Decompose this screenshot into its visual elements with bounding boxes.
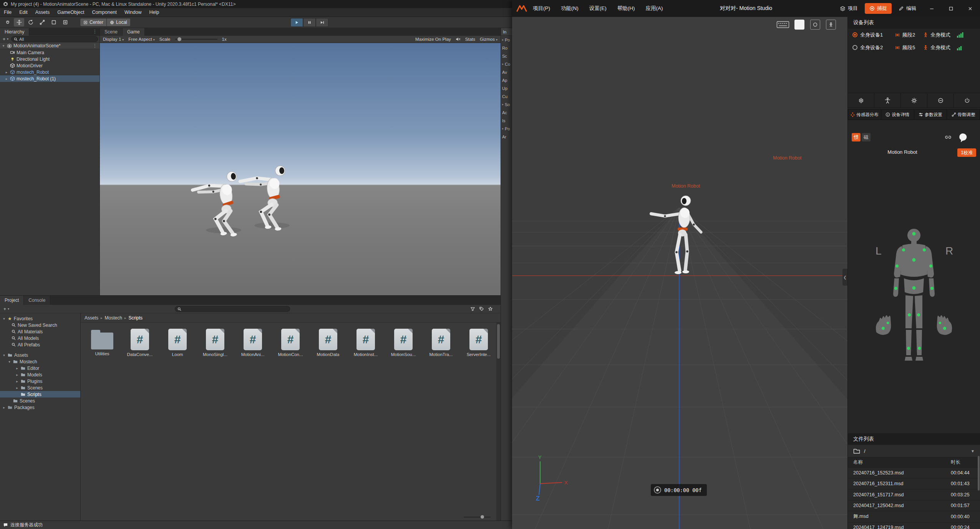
asset-tile[interactable]: MotionTra... xyxy=(426,329,456,357)
inspector-row[interactable]: Av xyxy=(501,68,512,76)
disconnect-button[interactable] xyxy=(927,93,954,108)
record-button[interactable] xyxy=(654,486,661,494)
mode-edit-button[interactable]: 编辑 xyxy=(894,3,921,14)
step-button[interactable] xyxy=(316,18,328,27)
studio-menu-settings[interactable]: 设置(E) xyxy=(584,0,612,17)
asset-tile[interactable]: Loom xyxy=(163,329,192,357)
hierarchy-item-mostech-robot-1[interactable]: ▸ mostech_Robot (1) xyxy=(0,75,99,82)
menu-edit[interactable]: Edit xyxy=(15,8,32,17)
inspector-row[interactable]: ▸Po xyxy=(501,36,512,44)
tree-all-models[interactable]: All Models xyxy=(0,335,80,341)
create-asset-button[interactable]: +▾ xyxy=(2,306,10,312)
tree-plugins[interactable]: ▸Plugins xyxy=(0,378,80,384)
menu-assets[interactable]: Assets xyxy=(32,8,54,17)
mode-project-button[interactable]: 项目 xyxy=(835,3,862,14)
tree-all-materials[interactable]: All Materials xyxy=(0,328,80,335)
menu-help[interactable]: Help xyxy=(145,8,163,17)
tab-sensor-distribution[interactable]: 传感器分布 xyxy=(848,109,881,120)
inspector-row[interactable]: Ac xyxy=(501,108,512,116)
inspector-row[interactable]: Ap xyxy=(501,76,512,84)
close-button[interactable] xyxy=(962,0,978,17)
tree-models[interactable]: ▸Models xyxy=(0,371,80,378)
hierarchy-search-input[interactable]: All xyxy=(11,36,98,42)
sensor-settings-button[interactable] xyxy=(901,93,927,108)
aspect-dropdown[interactable]: Free Aspect▾ xyxy=(128,37,154,42)
inertial-toggle[interactable]: 惯 xyxy=(852,133,861,141)
menu-window[interactable]: Window xyxy=(121,8,145,17)
device-row-2[interactable]: 全身设备2 频段5 全身模式 xyxy=(848,41,980,54)
view-solid-toggle[interactable] xyxy=(794,20,804,30)
scale-tool-button[interactable] xyxy=(37,18,47,27)
asset-tile[interactable]: MotionAni... xyxy=(238,329,267,357)
tab-console[interactable]: Console xyxy=(24,296,50,305)
asset-tile[interactable]: DataConve... xyxy=(125,329,154,357)
studio-menu-function[interactable]: 功能(N) xyxy=(555,0,584,17)
mode-capture-button[interactable]: 捕捉 xyxy=(865,3,892,14)
power-button[interactable] xyxy=(954,93,980,108)
maximize-on-play-button[interactable]: Maximize On Play xyxy=(415,37,451,42)
tab-device-details[interactable]: 设备详情 xyxy=(881,109,914,120)
scale-slider[interactable] xyxy=(175,39,217,40)
tpose-button[interactable] xyxy=(874,93,901,108)
tree-scenes-root[interactable]: Scenes xyxy=(0,398,80,404)
stats-button[interactable]: Stats xyxy=(465,37,475,42)
asset-tile[interactable]: MotionInst... xyxy=(351,329,380,357)
device-radio[interactable] xyxy=(852,45,857,50)
current-folder-row[interactable]: / ▼ xyxy=(848,445,980,457)
inspector-row[interactable]: ▸Po xyxy=(501,125,512,133)
status-message[interactable]: 连接服务器成功 xyxy=(10,522,43,528)
studio-3d-viewport[interactable]: Y X Z Motion Robot Motion Robot 00:00:00… xyxy=(512,17,848,529)
asset-tile[interactable]: MonoSingl... xyxy=(201,329,230,357)
project-search-input[interactable] xyxy=(175,306,290,312)
menu-component[interactable]: Component xyxy=(88,8,121,17)
inspector-row[interactable]: Ro xyxy=(501,44,512,52)
tab-parameter-settings[interactable]: 参数设置 xyxy=(914,109,947,120)
inspector-row[interactable]: ▸Co xyxy=(501,60,512,68)
transform-tool-button[interactable] xyxy=(60,18,70,27)
asset-tile-utilities[interactable]: Utilities xyxy=(88,329,117,356)
link-icon[interactable] xyxy=(945,135,952,140)
inspector-row[interactable]: ▸So xyxy=(501,100,512,108)
studio-menu-help[interactable]: 帮助(H) xyxy=(612,0,640,17)
search-by-type-icon[interactable] xyxy=(470,306,475,311)
pivot-toggle-button[interactable]: Center xyxy=(80,18,106,27)
hierarchy-item-motiondriver[interactable]: MotionDriver xyxy=(0,62,99,69)
breadcrumb-mostech[interactable]: Mostech xyxy=(105,315,122,321)
rect-tool-button[interactable] xyxy=(48,18,59,27)
breadcrumb-scripts[interactable]: Scripts xyxy=(128,315,143,321)
file-row[interactable]: 20240417_124719.msd00:00:24 xyxy=(848,522,980,529)
panel-menu-icon[interactable]: ⋮ xyxy=(93,29,97,34)
tree-packages[interactable]: ▸Packages xyxy=(0,404,80,411)
tree-mostech[interactable]: ▾Mostech xyxy=(0,358,80,365)
file-row[interactable]: 20240716_152311.msd00:01:43 xyxy=(848,479,980,490)
inspector-row[interactable]: Sc xyxy=(501,52,512,60)
pause-button[interactable] xyxy=(303,18,316,27)
tab-project[interactable]: Project xyxy=(0,296,24,305)
rotation-toggle-button[interactable]: Local xyxy=(106,18,131,27)
calibrate-button[interactable]: 1校准 xyxy=(957,148,976,157)
search-by-label-icon[interactable] xyxy=(479,306,484,311)
tree-all-prefabs[interactable]: All Prefabs xyxy=(0,341,80,348)
asset-tile[interactable]: MotionSou... xyxy=(389,329,418,357)
scene-menu-icon[interactable]: ⋮ xyxy=(93,43,97,48)
file-row[interactable]: 20240716_151717.msd00:03:25 xyxy=(848,489,980,501)
view-skeleton-toggle[interactable] xyxy=(826,20,836,30)
tab-scene[interactable]: Scene xyxy=(100,28,123,36)
chevron-down-icon[interactable]: ▼ xyxy=(971,449,975,453)
inspector-row[interactable]: Cu xyxy=(501,92,512,100)
view-wireframe-toggle[interactable] xyxy=(810,20,820,30)
hint-balloon-icon[interactable] xyxy=(957,132,968,144)
maximize-button[interactable] xyxy=(942,0,959,17)
menu-gameobject[interactable]: GameObject xyxy=(53,8,88,17)
file-row[interactable]: 20240417_125042.msd00:01:57 xyxy=(848,501,980,512)
device-row-1[interactable]: 全身设备1 频段2 全身模式 xyxy=(848,28,980,41)
gizmos-dropdown[interactable]: Gizmos▾ xyxy=(480,37,497,42)
tree-favorites[interactable]: ▾★Favorites xyxy=(0,315,80,322)
hierarchy-item-main-camera[interactable]: Main Camera xyxy=(0,49,99,56)
panel-collapse-arrow[interactable]: ❮ xyxy=(842,269,847,286)
breadcrumb-assets[interactable]: Assets xyxy=(85,315,98,321)
studio-menu-apps[interactable]: 应用(A) xyxy=(640,0,668,17)
device-robot-button[interactable] xyxy=(848,93,874,108)
scrollbar-thumb[interactable] xyxy=(497,324,500,359)
save-search-star-icon[interactable] xyxy=(488,306,493,311)
